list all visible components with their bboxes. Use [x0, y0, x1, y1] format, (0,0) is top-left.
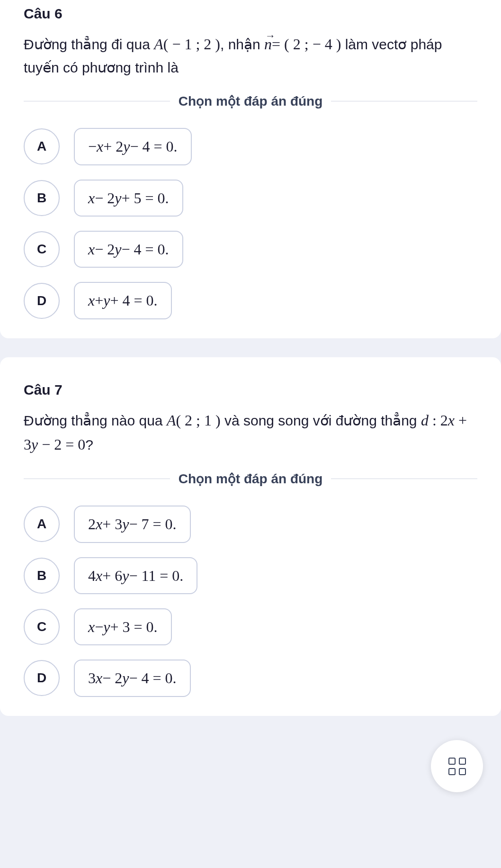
- option-row: D 3x − 2y − 4 = 0.: [24, 660, 477, 696]
- math-vector-value: = ( 2 ; − 4 ): [272, 36, 341, 53]
- question-text: Đường thẳng đi qua A( − 1 ; 2 ), nhận →n…: [24, 32, 477, 79]
- divider-line: [331, 479, 477, 479]
- option-box-D[interactable]: 3x − 2y − 4 = 0.: [74, 660, 191, 696]
- math-point: ( 2 ; 1 ): [176, 412, 220, 429]
- option-row: A −x + 2y − 4 = 0.: [24, 128, 477, 165]
- option-letter-C[interactable]: C: [24, 231, 60, 267]
- option-row: C x − y + 3 = 0.: [24, 608, 477, 645]
- divider-label: Chọn một đáp án đúng: [170, 471, 331, 487]
- text-fragment: ?: [85, 437, 93, 452]
- option-letter-A[interactable]: A: [24, 506, 60, 542]
- math-symbol-A: A: [167, 412, 176, 429]
- option-letter-B[interactable]: B: [24, 180, 60, 216]
- question-text: Đường thẳng nào qua A( 2 ; 1 ) và song s…: [24, 408, 477, 457]
- math-symbol-A: A: [154, 36, 163, 53]
- option-row: C x − 2y − 4 = 0.: [24, 231, 477, 268]
- navigation-grid-button[interactable]: [431, 740, 483, 792]
- math-vector-n: →n: [264, 32, 272, 56]
- option-box-B[interactable]: 4x + 6y − 11 = 0.: [74, 557, 197, 594]
- math-symbol-d: d: [421, 412, 429, 429]
- divider-label: Chọn một đáp án đúng: [170, 93, 331, 109]
- text-fragment: và song song với đường thẳng: [221, 413, 421, 428]
- option-letter-B[interactable]: B: [24, 558, 60, 594]
- options-list: A −x + 2y − 4 = 0. B x − 2y + 5 = 0. C x…: [24, 128, 477, 319]
- option-box-D[interactable]: x + y + 4 = 0.: [74, 282, 172, 319]
- divider: Chọn một đáp án đúng: [24, 93, 477, 109]
- option-letter-A[interactable]: A: [24, 128, 60, 164]
- question-title: Câu 6: [24, 0, 477, 22]
- vector-arrow-icon: →: [265, 27, 276, 44]
- text-fragment: Đường thẳng đi qua: [24, 36, 154, 52]
- options-list: A 2x + 3y − 7 = 0. B 4x + 6y − 11 = 0. C…: [24, 506, 477, 697]
- grid-icon: [448, 758, 466, 775]
- option-row: B x − 2y + 5 = 0.: [24, 180, 477, 217]
- question-card-6: Câu 6 Đường thẳng đi qua A( − 1 ; 2 ), n…: [0, 0, 501, 338]
- option-letter-D[interactable]: D: [24, 283, 60, 319]
- option-letter-D[interactable]: D: [24, 660, 60, 696]
- option-box-C[interactable]: x − y + 3 = 0.: [74, 608, 172, 645]
- option-box-B[interactable]: x − 2y + 5 = 0.: [74, 180, 183, 217]
- option-letter-C[interactable]: C: [24, 609, 60, 645]
- question-title: Câu 7: [24, 376, 477, 398]
- divider-line: [24, 101, 170, 101]
- text-fragment: Đường thẳng nào qua: [24, 413, 167, 428]
- option-box-C[interactable]: x − 2y − 4 = 0.: [74, 231, 183, 268]
- option-box-A[interactable]: −x + 2y − 4 = 0.: [74, 128, 192, 165]
- divider-line: [331, 101, 477, 101]
- text-fragment: , nhận: [220, 36, 264, 52]
- divider-line: [24, 479, 170, 479]
- divider: Chọn một đáp án đúng: [24, 471, 477, 487]
- question-card-7: Câu 7 Đường thẳng nào qua A( 2 ; 1 ) và …: [0, 357, 501, 716]
- option-row: D x + y + 4 = 0.: [24, 282, 477, 319]
- option-row: B 4x + 6y − 11 = 0.: [24, 557, 477, 594]
- option-row: A 2x + 3y − 7 = 0.: [24, 506, 477, 542]
- option-box-A[interactable]: 2x + 3y − 7 = 0.: [74, 506, 191, 542]
- math-point: ( − 1 ; 2 ): [163, 36, 220, 53]
